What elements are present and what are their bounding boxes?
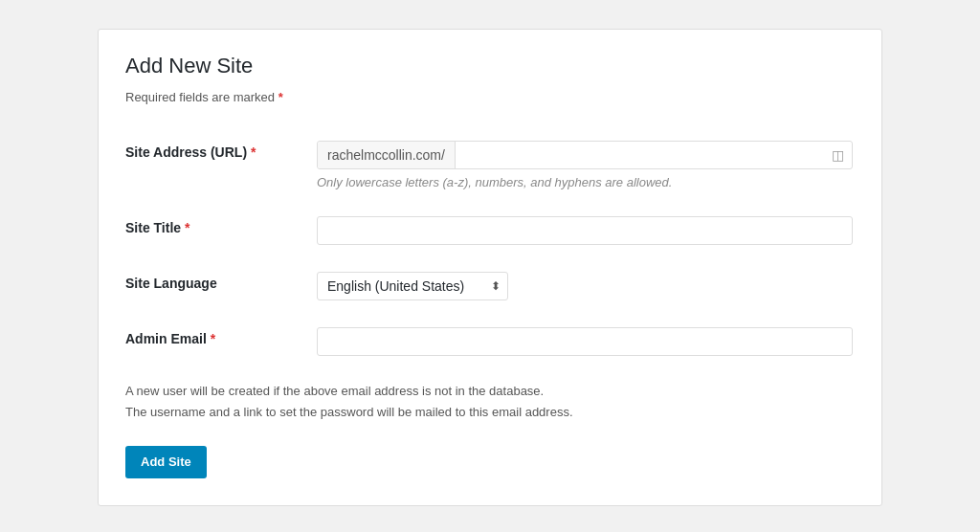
site-language-row: Site Language English (United States) En… [125,258,855,314]
required-note: Required fields are marked * [125,90,855,104]
site-title-row: Site Title * [125,203,855,258]
site-address-input[interactable] [456,142,824,168]
required-star: * [278,90,283,104]
site-title-field-cell [317,203,855,258]
url-prefix: rachelmccollin.com/ [318,142,456,168]
page-title: Add New Site [125,53,855,80]
admin-email-row: Admin Email * [125,314,855,369]
info-line-1: A new user will be created if the above … [125,381,855,402]
site-language-label: Site Language [125,258,317,314]
site-language-field-cell: English (United States) English (UK) Fre… [317,258,855,314]
admin-email-required-star: * [211,331,215,346]
site-title-required-star: * [185,220,189,235]
add-new-site-panel: Add New Site Required fields are marked … [98,29,882,506]
site-title-input[interactable] [317,216,853,245]
site-language-select[interactable]: English (United States) English (UK) Fre… [317,272,508,300]
site-title-label: Site Title * [125,203,317,258]
site-address-label: Site Address (URL) * [125,127,317,203]
site-address-field-cell: rachelmccollin.com/ ◫ Only lowercase let… [317,127,855,203]
info-line-2: The username and a link to set the passw… [125,402,855,423]
submit-section: Add Site [125,446,855,478]
info-note: A new user will be created if the above … [125,377,855,427]
admin-email-field-cell [317,314,855,369]
add-site-button[interactable]: Add Site [125,446,207,478]
site-language-select-wrapper: English (United States) English (UK) Fre… [317,272,508,300]
admin-email-label: Admin Email * [125,314,317,369]
url-input-wrapper: rachelmccollin.com/ ◫ [317,141,853,169]
form-table: Site Address (URL) * rachelmccollin.com/… [125,127,855,369]
url-hint: Only lowercase letters (a-z), numbers, a… [317,175,855,189]
admin-email-input[interactable] [317,327,853,356]
site-address-required-star: * [251,144,256,160]
site-address-row: Site Address (URL) * rachelmccollin.com/… [125,127,855,203]
url-icon: ◫ [824,144,852,166]
